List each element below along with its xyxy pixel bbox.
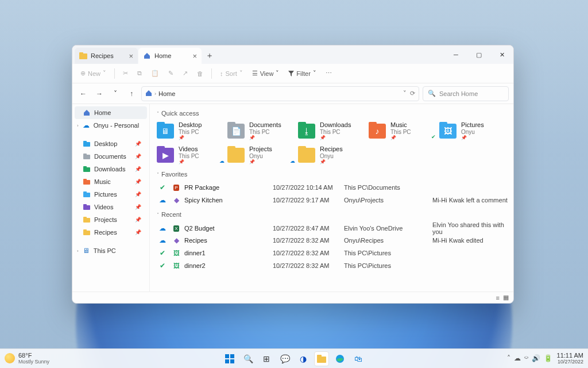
chevron-down-icon[interactable]: ˅ <box>403 90 407 97</box>
share-button[interactable]: ↗ <box>179 66 191 81</box>
taskbar-weather[interactable]: 68°F Mostly Sunny <box>5 352 49 365</box>
section-header[interactable]: ˅ Favorites <box>157 171 508 178</box>
filetype-icon: 🖼 <box>171 250 182 256</box>
cut-button[interactable]: ✂ <box>119 66 131 81</box>
file-date: 10/27/2022 9:17 AM <box>273 197 342 204</box>
chevron-right-icon[interactable]: › <box>77 123 79 128</box>
taskbar-clock[interactable]: 11:11 AM 10/27/2022 <box>557 352 583 365</box>
view-large-button[interactable]: ▦ <box>503 294 509 301</box>
list-item[interactable]: ☁◆Spicy Kitchen10/27/2022 9:17 AMOnyu\Pr… <box>157 194 508 206</box>
taskbar-explorer[interactable] <box>314 351 329 366</box>
sidebar-item-label: Pictures <box>94 191 117 198</box>
tab-home[interactable]: Home × <box>138 48 202 64</box>
close-icon[interactable]: × <box>192 52 197 60</box>
search-input[interactable]: 🔍 Search Home <box>423 86 509 101</box>
quick-access-item[interactable]: ☁RecipesOnyu📌 <box>298 144 366 166</box>
folder-icon <box>79 52 87 60</box>
svg-rect-16 <box>83 231 90 235</box>
file-activity: Mi-Hi Kwak edited <box>432 237 508 244</box>
tray-chevron[interactable]: ˄ <box>507 354 510 362</box>
tab-bar: Recipes × Home × ＋ ─ ▢ ✕ <box>72 45 513 64</box>
breadcrumb-segment[interactable]: Home <box>158 90 175 97</box>
item-location: Onyu <box>461 129 484 136</box>
downloads-icon <box>83 165 91 173</box>
filter-button[interactable]: Filter ˅ <box>285 66 319 81</box>
taskbar-edge[interactable] <box>332 351 347 366</box>
taskbar-widgets[interactable]: ◑ <box>296 351 311 366</box>
sidebar-item-music[interactable]: Music📌 <box>75 175 147 188</box>
folder-icon: 📄 <box>227 124 245 139</box>
sidebar-item-home[interactable]: Home <box>75 106 147 119</box>
paste-button[interactable]: 📋 <box>148 66 163 81</box>
start-button[interactable] <box>222 351 237 366</box>
breadcrumb[interactable]: › Home ˅ ⟳ <box>141 86 419 101</box>
sidebar-item-recipes[interactable]: Recipes📌 <box>75 226 147 239</box>
rename-button[interactable]: ✎ <box>165 66 177 81</box>
view-button[interactable]: ☰ View ˅ <box>249 66 283 81</box>
close-button[interactable]: ✕ <box>490 45 513 64</box>
minimize-button[interactable]: ─ <box>444 45 467 64</box>
list-item[interactable]: ✔🖼dinner210/27/2022 8:32 AMThis PC\Pictu… <box>157 259 508 272</box>
pin-icon: 📌 <box>135 141 141 147</box>
file-location: Elvin Yoo's OneDrive <box>344 225 430 232</box>
delete-button[interactable]: 🗑 <box>194 66 207 81</box>
volume-icon[interactable]: 🔊 <box>532 354 540 362</box>
folder-icon: ⭳ <box>298 124 315 139</box>
close-icon[interactable]: × <box>129 52 133 60</box>
item-name: Downloads <box>320 121 351 129</box>
item-location: This PC <box>249 129 281 136</box>
quick-access-item[interactable]: 🖥DesktopThis PC📌 <box>157 120 225 142</box>
list-item[interactable]: ✔PPR Package10/27/2022 10:14 AMThis PC\D… <box>157 181 508 194</box>
quick-access-item[interactable]: 📄DocumentsThis PC📌 <box>227 120 296 142</box>
quick-access-item[interactable]: ▶VideosThis PC📌 <box>157 144 225 166</box>
quick-access-item[interactable]: 🖼✔PicturesOnyu📌 <box>439 120 508 142</box>
refresh-button[interactable]: ⟳ <box>410 90 415 97</box>
folder-icon: 🖥 <box>157 124 174 139</box>
copy-button[interactable]: ⧉ <box>134 66 145 81</box>
chevron-right-icon[interactable]: › <box>77 248 79 254</box>
sidebar-item-thispc[interactable]: › 🖥 This PC <box>75 244 147 257</box>
sort-button[interactable]: ↕ Sort ˅ <box>216 66 246 81</box>
new-button[interactable]: ⊕ New ˅ <box>77 66 110 81</box>
folder-icon: ☁ <box>227 148 245 163</box>
taskbar-taskview[interactable]: ⊞ <box>259 351 274 366</box>
taskbar-chat[interactable]: 💬 <box>277 351 292 366</box>
taskbar-store[interactable]: 🛍 <box>351 351 366 366</box>
sidebar-item-pictures[interactable]: Pictures📌 <box>75 188 147 201</box>
section-header[interactable]: ˅ Recent <box>157 211 508 218</box>
taskbar-search[interactable]: 🔍 <box>241 351 256 366</box>
list-item[interactable]: ☁◆Recipes10/27/2022 8:32 AMOnyu\RecipesM… <box>157 234 508 247</box>
cloud-icon: ☁ <box>82 121 90 129</box>
tab-recipes[interactable]: Recipes × <box>75 48 138 64</box>
nav-recent-button[interactable]: ˅ <box>109 87 122 100</box>
list-item[interactable]: ☁XQ2 Budget10/27/2022 8:47 AMElvin Yoo's… <box>157 221 508 234</box>
sidebar-item-documents[interactable]: Documents📌 <box>75 150 147 163</box>
maximize-button[interactable]: ▢ <box>467 45 490 64</box>
wifi-icon[interactable]: ⌔ <box>524 354 528 362</box>
list-item[interactable]: ✔🖼dinner110/27/2022 8:32 AMThis PC\Pictu… <box>157 247 508 259</box>
battery-icon[interactable]: 🔋 <box>544 354 552 362</box>
sidebar-item-onedrive[interactable]: › ☁ Onyu - Personal <box>75 119 147 132</box>
quick-access-item[interactable]: ☁ProjectsOnyu📌 <box>227 144 296 166</box>
file-name: dinner2 <box>184 262 270 269</box>
svg-rect-6 <box>83 167 90 172</box>
new-tab-button[interactable]: ＋ <box>202 48 218 64</box>
section-header[interactable]: ˅ Quick access <box>157 110 508 117</box>
sidebar-item-desktop[interactable]: Desktop📌 <box>75 137 147 150</box>
file-name: Recipes <box>184 237 270 244</box>
nav-back-button[interactable]: ← <box>77 87 90 100</box>
item-location: This PC <box>320 129 351 136</box>
nav-up-button[interactable]: ↑ <box>125 87 138 100</box>
view-details-button[interactable]: ≡ <box>496 294 500 301</box>
sidebar-item-videos[interactable]: Videos📌 <box>75 201 147 213</box>
quick-access-item[interactable]: ♪MusicThis PC📌 <box>369 120 437 142</box>
svg-rect-19 <box>230 354 234 358</box>
nav-forward-button[interactable]: → <box>93 87 106 100</box>
onedrive-icon[interactable]: ☁ <box>514 354 521 362</box>
sidebar-item-projects[interactable]: Projects📌 <box>75 213 147 226</box>
quick-access-item[interactable]: ⭳DownloadsThis PC📌 <box>298 120 366 142</box>
more-button[interactable]: ⋯ <box>322 66 335 81</box>
pin-icon: 📌 <box>179 159 199 164</box>
sidebar-item-downloads[interactable]: Downloads📌 <box>75 163 147 175</box>
svg-rect-14 <box>83 218 90 223</box>
